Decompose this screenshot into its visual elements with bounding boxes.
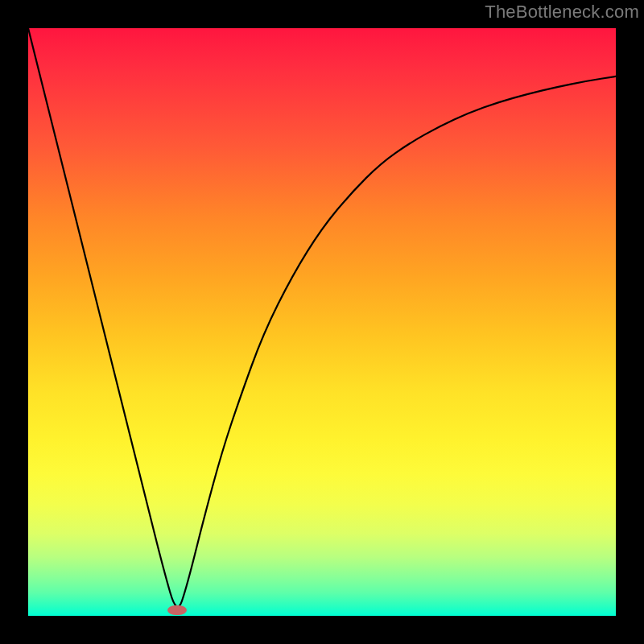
minimum-marker — [167, 605, 187, 615]
plot-area — [28, 28, 616, 616]
chart-frame — [0, 0, 644, 644]
watermark-text: TheBottleneck.com — [485, 2, 639, 23]
bottleneck-curve — [28, 28, 616, 616]
